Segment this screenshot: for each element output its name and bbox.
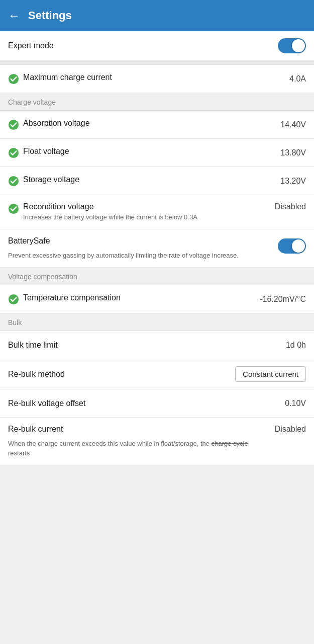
float-voltage-label: Float voltage (23, 147, 69, 156)
rebulk-current-label: Re-bulk current (8, 425, 63, 434)
storage-voltage-label: Storage voltage (23, 175, 79, 184)
battery-safe-toggle-knob (292, 239, 305, 253)
svg-point-2 (9, 148, 19, 158)
section-voltage-compensation: Voltage compensation (0, 268, 314, 285)
rebulk-method-value-button[interactable]: Constant current (235, 366, 306, 382)
battery-safe-toggle[interactable] (278, 238, 306, 254)
expert-mode-row: Expert mode (0, 31, 314, 61)
recondition-voltage-value: Disabled (275, 202, 306, 211)
check-icon-temp (8, 294, 19, 305)
float-voltage-row[interactable]: Float voltage 13.80V (0, 139, 314, 167)
recondition-voltage-row[interactable]: Recondition voltage Increases the batter… (0, 195, 314, 229)
divider-1 (0, 61, 314, 65)
recondition-voltage-sublabel: Increases the battery voltage while the … (23, 213, 197, 222)
expert-mode-toggle[interactable] (278, 38, 306, 53)
section-bulk: Bulk (0, 313, 314, 331)
expert-mode-label: Expert mode (8, 41, 54, 50)
battery-safe-row: BatterySafe Prevent excessive gassing by… (0, 229, 314, 268)
svg-point-4 (9, 204, 19, 214)
temperature-compensation-row[interactable]: Temperature compensation -16.20mV/°C (0, 285, 314, 313)
absorption-voltage-label: Absorption voltage (23, 119, 90, 128)
back-button[interactable]: ← (8, 9, 20, 23)
check-icon-recondition (8, 203, 19, 214)
rebulk-voltage-offset-label: Re-bulk voltage offset (8, 399, 85, 408)
rebulk-voltage-offset-row[interactable]: Re-bulk voltage offset 0.10V (0, 389, 314, 418)
rebulk-current-sublabel: When the charge current exceeds this val… (8, 439, 269, 457)
svg-point-1 (9, 120, 19, 130)
max-charge-current-label: Maximum charge current (23, 73, 112, 82)
absorption-voltage-value: 14.40V (280, 120, 306, 129)
toggle-knob (292, 39, 305, 52)
svg-point-0 (9, 74, 19, 84)
battery-safe-label: BatterySafe (8, 236, 50, 246)
rebulk-voltage-offset-value: 0.10V (285, 399, 306, 408)
bulk-time-limit-label: Bulk time limit (8, 341, 58, 350)
check-icon-absorption (8, 119, 19, 130)
recondition-voltage-label: Recondition voltage (23, 202, 197, 211)
battery-safe-sublabel: Prevent excessive gassing by automatical… (8, 251, 239, 260)
check-icon-float (8, 147, 19, 158)
float-voltage-value: 13.80V (280, 148, 306, 157)
max-charge-current-value: 4.0A (289, 74, 306, 84)
storage-voltage-row[interactable]: Storage voltage 13.20V (0, 167, 314, 195)
max-charge-current-row[interactable]: Maximum charge current 4.0A (0, 65, 314, 93)
rebulk-current-row[interactable]: Re-bulk current When the charge current … (0, 418, 314, 465)
bulk-time-limit-row[interactable]: Bulk time limit 1d 0h (0, 331, 314, 359)
page-title: Settings (28, 9, 72, 22)
bulk-time-limit-value: 1d 0h (286, 341, 306, 350)
rebulk-method-label: Re-bulk method (8, 370, 65, 379)
storage-voltage-value: 13.20V (280, 177, 306, 186)
svg-point-5 (9, 294, 19, 304)
check-icon-charge-current (8, 73, 19, 85)
rebulk-current-strikethrough: charge cycle restarts (8, 440, 248, 456)
app-header: ← Settings (0, 0, 314, 31)
absorption-voltage-row[interactable]: Absorption voltage 14.40V (0, 111, 314, 139)
svg-point-3 (9, 176, 19, 186)
check-icon-storage (8, 176, 19, 187)
rebulk-method-row[interactable]: Re-bulk method Constant current (0, 359, 314, 389)
rebulk-current-value: Disabled (275, 425, 306, 434)
section-charge-voltage: Charge voltage (0, 93, 314, 111)
temperature-compensation-value: -16.20mV/°C (260, 295, 306, 304)
temperature-compensation-label: Temperature compensation (23, 293, 121, 302)
